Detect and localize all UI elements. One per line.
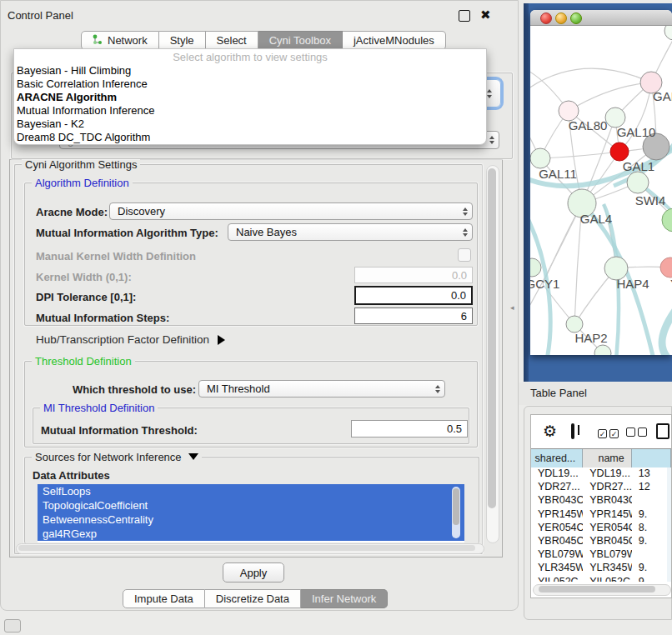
mini-panel-icon[interactable]	[4, 619, 21, 632]
close-panel-icon[interactable]: ✖	[480, 8, 491, 22]
settings-hscrollbar-thumb[interactable]	[18, 545, 475, 551]
table-cell: YIL052C	[531, 576, 583, 582]
control-panel: Control Panel ✖ NetworkStyleSelectCyni T…	[0, 0, 519, 611]
threshold-definition-title: Threshold Definition	[32, 355, 135, 368]
table-row[interactable]: YIL052CYIL052C9	[531, 576, 671, 582]
table-header-row: shared...name	[531, 448, 671, 468]
table-cell: YDL19...	[583, 468, 632, 481]
tab-infer-network[interactable]: Infer Network	[301, 589, 388, 608]
column-header-name[interactable]: name	[583, 449, 632, 468]
node-label: GAL10	[617, 125, 656, 139]
algorithm-option-bayesian-k2[interactable]: Bayesian - K2	[14, 118, 486, 131]
checked-boxes-icon[interactable]: ✓✓	[598, 427, 619, 439]
table-row[interactable]: YLR345WYLR345W9.	[531, 562, 671, 575]
network-node[interactable]	[530, 258, 541, 277]
algorithm-placeholder: Select algorithm to view settings	[14, 51, 486, 64]
mi-threshold-value: 0.5	[447, 422, 462, 435]
tab-select[interactable]: Select	[206, 31, 258, 50]
tab-jactivemnodules[interactable]: jActiveMNodules	[343, 31, 446, 50]
list-scrollbar[interactable]	[452, 487, 460, 538]
network-node[interactable]	[530, 148, 550, 168]
dpi-tolerance-field[interactable]: 0.0	[354, 286, 473, 305]
table-cell	[632, 548, 671, 562]
network-node[interactable]	[594, 345, 611, 355]
table-row[interactable]: YDR27...YDR27...12	[531, 481, 671, 494]
manual-kernel-checkbox[interactable]	[458, 248, 471, 262]
node-label: GAL	[653, 89, 672, 103]
tab-style[interactable]: Style	[159, 31, 206, 50]
minimize-window-icon[interactable]	[555, 12, 567, 24]
kernel-width-field[interactable]: 0.0	[354, 267, 473, 283]
algorithm-option-dream8-dc-tdc-algorithm[interactable]: Dream8 DC_TDC Algorithm	[14, 131, 486, 144]
which-threshold-combo[interactable]: MI Threshold	[198, 380, 445, 398]
close-window-icon[interactable]	[540, 12, 552, 24]
document-icon[interactable]	[656, 423, 669, 439]
network-window-titlebar[interactable]	[530, 10, 672, 26]
cyni-bottom-tabs: Impute DataDiscretize DataInfer Network	[123, 589, 388, 608]
panel-divider-handle[interactable]: ◂	[510, 303, 514, 312]
table-vscrollbar[interactable]	[667, 468, 671, 582]
table-row[interactable]: YBL079WYBL079W	[531, 548, 671, 562]
mi-steps-field[interactable]: 6	[354, 308, 473, 324]
settings-hscrollbar[interactable]	[16, 543, 484, 554]
network-node[interactable]	[610, 142, 629, 161]
algorithm-option-basic-correlation-inference[interactable]: Basic Correlation Inference	[14, 78, 486, 91]
unchecked-boxes-icon[interactable]	[626, 427, 647, 439]
table-hscrollbar[interactable]	[533, 584, 671, 596]
table-row[interactable]: YBR045CYBR045C9.	[531, 535, 671, 548]
attribute-item-selfloops[interactable]: SelfLoops	[38, 484, 464, 498]
hub-definition-toggle[interactable]: Hub/Transcription Factor Definition	[36, 333, 225, 346]
columns-icon[interactable]	[571, 423, 574, 439]
node-label: HAP2	[574, 331, 607, 345]
node-label: GAL11	[539, 167, 577, 181]
attribute-item-gal4rgexp[interactable]: gal4RGexp	[38, 527, 464, 541]
aracne-mode-label: Aracne Mode:	[36, 206, 108, 218]
mi-algorithm-type-label: Mutual Information Algorithm Type:	[36, 227, 218, 239]
gear-icon[interactable]: ⚙	[543, 422, 557, 441]
table-cell: YBL079W	[531, 548, 583, 562]
aracne-mode-combo[interactable]: Discovery	[109, 202, 473, 220]
tab-cyni-toolbox[interactable]: Cyni Toolbox	[258, 31, 343, 50]
column-header-shared[interactable]: shared...	[531, 449, 583, 468]
network-node[interactable]	[662, 208, 672, 232]
tab-impute-data[interactable]: Impute Data	[123, 589, 205, 608]
table-cell: YER054C	[583, 522, 632, 535]
mi-threshold-field[interactable]: 0.5	[351, 420, 468, 438]
control-panel-tabs: NetworkStyleSelectCyni ToolboxjActiveMNo…	[81, 31, 446, 50]
table-cell: YLR345W	[531, 562, 583, 575]
zoom-window-icon[interactable]	[570, 12, 582, 24]
column-header-col2[interactable]	[632, 449, 671, 468]
table-row[interactable]: YBR043CYBR043C	[531, 494, 671, 508]
mi-algorithm-type-combo[interactable]: Naive Bayes	[228, 223, 473, 241]
tab-network[interactable]: Network	[81, 31, 159, 50]
network-node[interactable]	[627, 172, 649, 193]
table-cell: 9.	[632, 562, 671, 575]
table-cell	[632, 494, 671, 508]
network-canvas[interactable]: GALGAL80GAL10GAL1GAL11SWI4GAL4GCY1HAP4YH…	[530, 26, 672, 355]
apply-button[interactable]: Apply	[223, 562, 284, 582]
algorithm-option-bayesian-hill-climbing[interactable]: Bayesian - Hill Climbing	[14, 64, 486, 78]
kernel-width-value: 0.0	[452, 269, 467, 282]
settings-vscrollbar[interactable]	[486, 165, 499, 543]
node-label: GAL4	[580, 212, 612, 226]
float-panel-icon[interactable]	[459, 10, 470, 22]
sources-group-title[interactable]: Sources for Network Inference	[32, 451, 202, 463]
table-row[interactable]: YER054CYER054C8.	[531, 522, 671, 535]
table-cell: YDR27...	[531, 481, 583, 494]
table-row[interactable]: YPR145WYPR145W9.	[531, 508, 671, 522]
table-cell: 12	[632, 481, 671, 494]
attribute-item-topologicalcoefficient[interactable]: TopologicalCoefficient	[38, 498, 464, 512]
network-node[interactable]	[660, 258, 672, 278]
network-node[interactable]	[664, 26, 672, 40]
network-node[interactable]	[566, 316, 583, 332]
table-hscrollbar-thumb[interactable]	[539, 586, 655, 592]
attribute-item-betweennesscentrality[interactable]: BetweennessCentrality	[38, 512, 464, 527]
dpi-tolerance-label: DPI Tolerance [0,1]:	[36, 291, 136, 303]
algorithm-option-mutual-information-inference[interactable]: Mutual Information Inference	[14, 104, 486, 118]
settings-vscrollbar-thumb[interactable]	[488, 168, 496, 508]
table-row[interactable]: YDL19...YDL19...13	[531, 468, 671, 481]
tab-discretize-data[interactable]: Discretize Data	[205, 589, 301, 608]
expanded-triangle-icon	[188, 453, 198, 460]
tab-label: Network	[108, 34, 148, 47]
algorithm-option-aracne-algorithm[interactable]: ARACNE Algorithm	[14, 91, 486, 104]
